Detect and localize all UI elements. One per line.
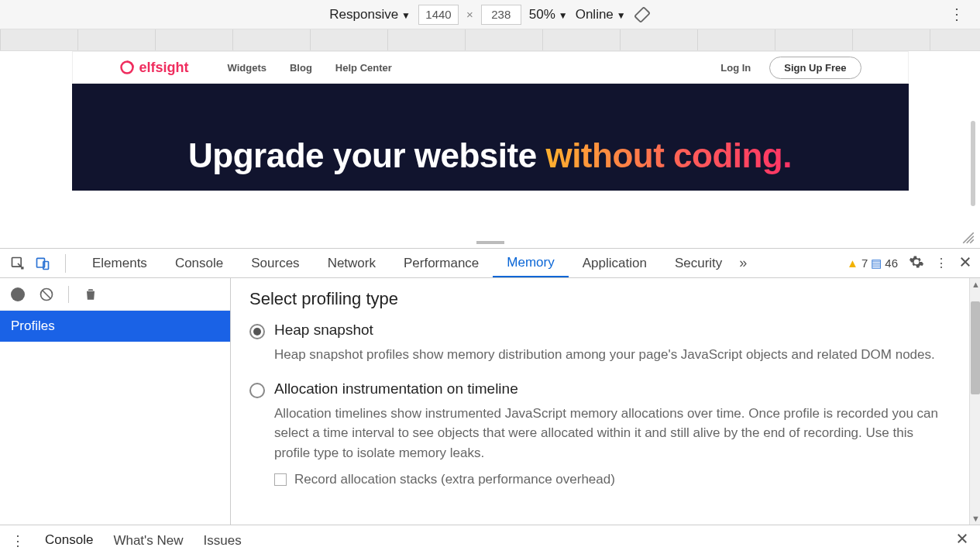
drawer-menu-icon[interactable]: ⋮ — [11, 532, 25, 549]
memory-content: Select profiling type Heap snapshot Heap… — [231, 278, 969, 525]
chevron-down-icon: ▼ — [617, 10, 626, 21]
ruler — [0, 29, 980, 51]
resize-grip-icon[interactable] — [961, 231, 975, 245]
device-mode-dropdown[interactable]: Responsive ▼ — [329, 7, 411, 22]
warning-icon: ▲ — [847, 256, 858, 270]
tab-elements[interactable]: Elements — [78, 249, 161, 277]
clear-icon[interactable] — [39, 287, 54, 302]
radio-icon[interactable] — [249, 383, 265, 398]
device-mode-label: Responsive — [329, 7, 398, 22]
viewport-scrollbar[interactable] — [971, 121, 975, 206]
tab-memory[interactable]: Memory — [493, 249, 568, 277]
more-tabs-icon[interactable]: » — [739, 255, 747, 271]
drawer: ⋮ Console What's New Issues — [0, 525, 980, 554]
logo-icon — [119, 60, 135, 75]
drawer-tab-whatsnew[interactable]: What's New — [113, 525, 183, 554]
warnings-count: 7 — [861, 256, 868, 270]
memory-toolbar — [0, 278, 230, 311]
nav-help[interactable]: Help Center — [335, 62, 392, 74]
site-header: elfsight Widgets Blog Help Center Log In… — [72, 51, 909, 84]
signup-button[interactable]: Sign Up Free — [769, 57, 861, 79]
hero-heading: Upgrade your website without coding. — [188, 136, 792, 175]
messages-count: 46 — [885, 256, 898, 270]
toggle-device-icon[interactable] — [33, 253, 53, 274]
profiling-heading: Select profiling type — [249, 289, 951, 309]
checkbox-icon[interactable] — [274, 473, 287, 486]
trash-icon[interactable] — [83, 287, 98, 302]
scroll-down-icon[interactable]: ▼ — [971, 514, 980, 523]
viewport-width-input[interactable] — [418, 5, 459, 25]
device-toolbar-menu-icon[interactable]: ⋮ — [949, 5, 965, 22]
option-allocation-timeline[interactable]: Allocation instrumentation on timeline A… — [249, 380, 951, 463]
tab-network[interactable]: Network — [314, 249, 390, 277]
record-allocation-stacks-checkbox[interactable]: Record allocation stacks (extra performa… — [274, 472, 951, 487]
sidebar-item-profiles[interactable]: Profiles — [0, 311, 230, 342]
record-icon[interactable] — [11, 287, 25, 301]
drawer-tab-issues[interactable]: Issues — [204, 525, 242, 554]
throttling-label: Online — [576, 7, 614, 22]
content-scrollbar[interactable]: ▲ ▼ — [969, 278, 980, 525]
hero-banner: Upgrade your website without coding. — [72, 84, 909, 191]
tab-sources[interactable]: Sources — [237, 249, 313, 277]
opt2-title: Allocation instrumentation on timeline — [274, 380, 951, 397]
tab-application[interactable]: Application — [569, 249, 661, 277]
option-heap-snapshot[interactable]: Heap snapshot Heap snapshot profiles sho… — [249, 322, 951, 365]
close-devtools-icon[interactable] — [958, 255, 972, 272]
devtools-menu-icon[interactable]: ⋮ — [935, 256, 947, 270]
chevron-down-icon: ▼ — [401, 10, 411, 21]
dimension-x-icon: × — [466, 8, 473, 21]
throttling-dropdown[interactable]: Online ▼ — [576, 7, 626, 22]
svg-rect-0 — [634, 7, 649, 22]
opt1-title: Heap snapshot — [274, 322, 935, 339]
site-logo[interactable]: elfsight — [119, 60, 189, 76]
zoom-dropdown[interactable]: 50% ▼ — [529, 7, 568, 22]
hero-text-b: without coding. — [545, 136, 792, 174]
rendered-page: elfsight Widgets Blog Help Center Log In… — [0, 51, 980, 237]
login-link[interactable]: Log In — [720, 62, 751, 74]
tab-console[interactable]: Console — [161, 249, 237, 277]
viewport-height-input[interactable] — [481, 5, 521, 25]
radio-selected-icon[interactable] — [249, 324, 265, 339]
message-icon: ▤ — [871, 256, 882, 270]
chevron-down-icon: ▼ — [559, 10, 568, 21]
opt2-desc: Allocation timelines show instrumented J… — [274, 404, 951, 463]
brand-text: elfsight — [139, 60, 189, 76]
drawer-tab-console[interactable]: Console — [45, 525, 93, 554]
inspect-element-icon[interactable] — [8, 253, 28, 274]
settings-gear-icon[interactable] — [909, 254, 924, 273]
warnings-badge[interactable]: ▲ 7 ▤ 46 — [847, 256, 898, 270]
memory-sidebar: Profiles — [0, 278, 231, 525]
opt2-check-label: Record allocation stacks (extra performa… — [294, 472, 615, 487]
device-toolbar: Responsive ▼ × 50% ▼ Online ▼ ⋮ — [0, 0, 980, 29]
drawer-close-icon[interactable] — [955, 532, 969, 549]
opt1-desc: Heap snapshot profiles show memory distr… — [274, 345, 935, 365]
hero-text-a: Upgrade your website — [188, 136, 545, 174]
rotate-icon[interactable] — [630, 2, 654, 26]
nav-widgets[interactable]: Widgets — [228, 62, 266, 74]
scroll-up-icon[interactable]: ▲ — [971, 280, 980, 289]
tab-performance[interactable]: Performance — [390, 249, 493, 277]
zoom-label: 50% — [529, 7, 555, 22]
nav-blog[interactable]: Blog — [290, 62, 312, 74]
scrollbar-thumb[interactable] — [971, 301, 980, 394]
splitter-handle[interactable] — [0, 237, 980, 248]
tab-security[interactable]: Security — [661, 249, 736, 277]
devtools-tabbar: Elements Console Sources Network Perform… — [0, 249, 980, 278]
